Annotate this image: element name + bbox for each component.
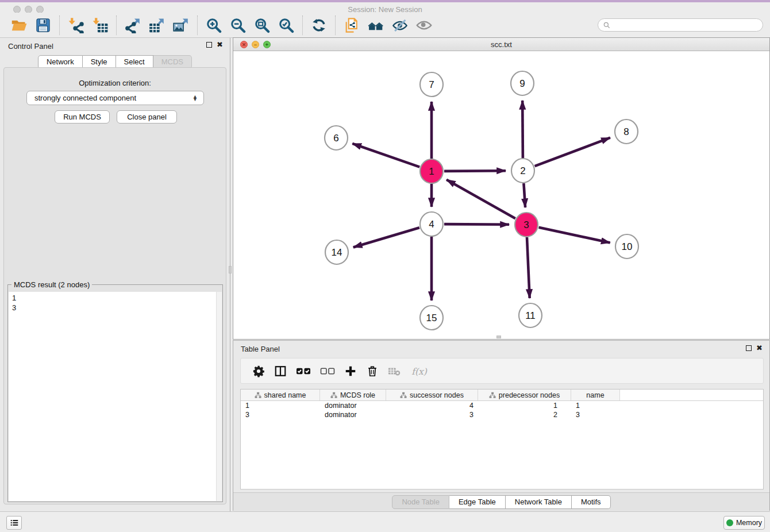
create-new-column-button[interactable]: [344, 361, 357, 381]
edge-3-10[interactable]: [539, 228, 610, 243]
export-network-icon: [125, 17, 141, 33]
graph-node-1[interactable]: 1: [420, 159, 443, 183]
tab-edge-table[interactable]: Edge Table: [449, 495, 506, 509]
column-header-successor-nodes[interactable]: successor nodes: [386, 390, 478, 400]
search-input[interactable]: [614, 21, 758, 29]
cell-shared-name[interactable]: 3: [241, 410, 320, 419]
select-all-columns-button[interactable]: [296, 361, 311, 381]
cell-predecessor-nodes[interactable]: 1: [478, 401, 571, 410]
graph-node-15[interactable]: 15: [420, 306, 443, 330]
optimization-criterion-select[interactable]: strongly connected component ▲▼: [26, 91, 204, 105]
cell-predecessor-nodes[interactable]: 2: [478, 410, 571, 419]
first-neighbors-button[interactable]: [364, 14, 387, 36]
run-mcds-button[interactable]: Run MCDS: [55, 110, 110, 124]
import-network-from-file-button[interactable]: [64, 14, 87, 36]
float-panel-icon[interactable]: [206, 42, 212, 48]
table-row[interactable]: 3dominator323: [241, 410, 763, 419]
table-toolbar: f(x): [240, 358, 764, 384]
edge-1-2[interactable]: [444, 171, 506, 171]
export-table-button[interactable]: [145, 14, 168, 36]
edge-2-9[interactable]: [522, 101, 523, 158]
close-panel-icon[interactable]: ✖: [217, 42, 223, 48]
search-field[interactable]: [598, 18, 763, 32]
column-label: MCDS role: [340, 391, 375, 399]
delete-columns-button[interactable]: [366, 361, 379, 381]
graph-node-6[interactable]: 6: [325, 126, 348, 150]
graph-node-8[interactable]: 8: [615, 119, 638, 144]
import-table-from-file-button[interactable]: [88, 14, 111, 36]
graph-node-2[interactable]: 2: [511, 159, 534, 183]
mcds-panel: Optimization criterion: strongly connect…: [3, 67, 226, 504]
splitter-handle[interactable]: [229, 266, 232, 273]
cell-MCDS-role[interactable]: dominator: [320, 410, 386, 419]
network-view-window: ✕ − + scc.txt 7968124314101511: [233, 37, 770, 340]
zoom-selected-button[interactable]: [275, 14, 298, 36]
cell-shared-name[interactable]: 1: [241, 401, 320, 410]
table-panel-tabs: Node TableEdge TableNetwork TableMotifs: [233, 492, 769, 511]
close-panel-button[interactable]: Close panel: [117, 110, 177, 124]
edge-3-1[interactable]: [446, 180, 515, 219]
open-file-button[interactable]: [7, 14, 30, 36]
graph-node-4[interactable]: 4: [420, 212, 443, 236]
network-resize-handle[interactable]: [496, 336, 501, 338]
graph-node-14[interactable]: 14: [325, 240, 348, 264]
column-header-shared-name[interactable]: shared name: [241, 390, 320, 400]
mcds-result-scrollbar[interactable]: [216, 292, 222, 501]
graph-node-3[interactable]: 3: [515, 213, 538, 237]
edge-2-3[interactable]: [523, 183, 525, 207]
apply-preferred-layout-button[interactable]: [307, 14, 330, 36]
task-history-button[interactable]: [6, 516, 22, 530]
column-label: successor nodes: [410, 391, 464, 399]
column-header-name[interactable]: name: [571, 390, 620, 400]
zoom-fit-content-button[interactable]: [251, 14, 274, 36]
export-image-button[interactable]: [170, 14, 192, 36]
homes-icon: [368, 17, 384, 33]
edge-4-3[interactable]: [444, 224, 509, 225]
network-canvas[interactable]: 7968124314101511: [233, 51, 769, 339]
tab-node-table[interactable]: Node Table: [392, 495, 449, 509]
edge-3-11[interactable]: [527, 237, 530, 298]
table-settings-button[interactable]: [252, 361, 265, 381]
column-label: shared name: [264, 391, 306, 399]
cell-name[interactable]: 3: [571, 410, 620, 419]
cell-MCDS-role[interactable]: dominator: [320, 401, 386, 410]
memory-button[interactable]: Memory: [723, 516, 765, 530]
toolbar-separator: [302, 16, 303, 35]
edge-1-6[interactable]: [352, 144, 419, 167]
show-all-button[interactable]: [413, 14, 436, 36]
network-graph[interactable]: 7968124314101511: [233, 51, 769, 339]
graph-node-9[interactable]: 9: [511, 71, 534, 95]
network-document-share-button[interactable]: [340, 14, 363, 36]
unselect-all-columns-button[interactable]: [320, 361, 335, 381]
cell-successor-nodes[interactable]: 4: [386, 401, 478, 410]
table-row[interactable]: 1dominator411: [241, 401, 763, 410]
column-header-MCDS-role[interactable]: MCDS role: [320, 390, 386, 400]
network-window-titlebar[interactable]: ✕ − + scc.txt: [233, 38, 769, 51]
eye-slash-icon: [392, 17, 408, 33]
edge-4-14[interactable]: [353, 228, 419, 247]
tab-network-table[interactable]: Network Table: [506, 495, 572, 509]
node-label: 3: [523, 219, 529, 230]
mcds-result-list[interactable]: 13: [9, 292, 222, 501]
node-label: 8: [623, 126, 629, 137]
tree-icon: [330, 392, 337, 399]
zoom-out-button[interactable]: [226, 14, 249, 36]
graph-node-7[interactable]: 7: [420, 72, 443, 97]
edge-2-8[interactable]: [535, 138, 610, 167]
hide-selected-button[interactable]: [388, 14, 411, 36]
graph-node-11[interactable]: 11: [519, 303, 542, 327]
column-header-filler: [620, 390, 763, 400]
float-table-panel-icon[interactable]: [746, 345, 752, 351]
cell-name[interactable]: 1: [571, 401, 620, 410]
toolbar-separator: [59, 16, 60, 35]
export-network-button[interactable]: [121, 14, 144, 36]
tab-motifs[interactable]: Motifs: [572, 495, 611, 509]
column-header-predecessor-nodes[interactable]: predecessor nodes: [478, 390, 571, 400]
graph-node-10[interactable]: 10: [615, 234, 638, 259]
toolbar-separator: [335, 16, 336, 35]
cell-successor-nodes[interactable]: 3: [386, 410, 478, 419]
show-column-panel-button[interactable]: [274, 361, 287, 381]
close-table-panel-icon[interactable]: ✖: [756, 345, 763, 351]
zoom-in-button[interactable]: [202, 14, 225, 36]
save-session-button[interactable]: [32, 14, 55, 36]
